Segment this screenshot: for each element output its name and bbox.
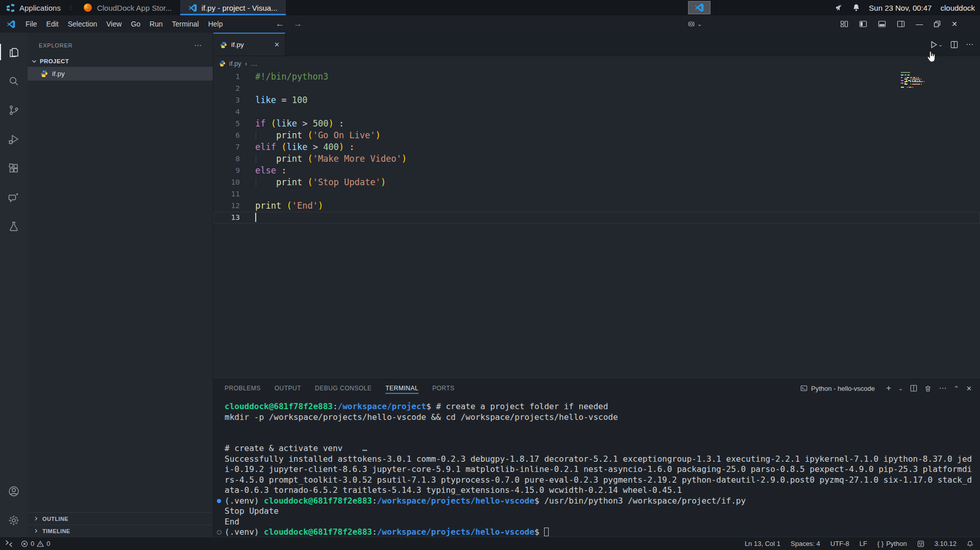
breadcrumb-file[interactable]: if.py bbox=[229, 60, 241, 67]
firefox-icon bbox=[83, 3, 92, 12]
tab-close-icon[interactable]: ✕ bbox=[274, 41, 280, 48]
terminal-instance[interactable]: Python - hello-vscode bbox=[800, 385, 875, 392]
explorer-actions-icon[interactable]: ⋯ bbox=[194, 41, 202, 50]
back-arrow-icon[interactable]: ← bbox=[276, 19, 284, 29]
problems-summary[interactable]: 0 0 bbox=[21, 540, 50, 547]
menu-run[interactable]: Run bbox=[145, 20, 167, 28]
toggle-primary-sidebar-icon[interactable] bbox=[859, 20, 867, 28]
terminal-line: clouddock@681f78f2e883:/workspace/projec… bbox=[225, 402, 977, 412]
code-line[interactable]: 7elif (like > 400) : bbox=[213, 141, 980, 153]
python-interpreter-version[interactable]: 3.10.12 bbox=[935, 540, 957, 547]
clock[interactable]: Sun 23 Nov, 00:47 bbox=[869, 4, 932, 12]
command-decoration-dot[interactable] bbox=[217, 499, 221, 503]
code-line[interactable]: 8 print ('Make More Video') bbox=[213, 153, 980, 165]
encoding[interactable]: UTF-8 bbox=[830, 540, 849, 547]
minimap-line bbox=[901, 88, 925, 89]
notifications-bell-icon[interactable] bbox=[967, 540, 973, 547]
menu-view[interactable]: View bbox=[102, 20, 126, 28]
notification-bell-icon[interactable] bbox=[852, 4, 860, 12]
account-icon[interactable] bbox=[0, 479, 28, 504]
forward-arrow-icon[interactable]: → bbox=[293, 19, 302, 29]
menu-go[interactable]: Go bbox=[126, 20, 145, 28]
timeline-section[interactable]: TIMELINE bbox=[28, 524, 212, 537]
maximize-panel-icon[interactable]: ⌃ bbox=[953, 385, 959, 392]
run-dropdown-chevron-icon[interactable]: ⌄ bbox=[939, 42, 943, 47]
taskbar-item-clouddock[interactable]: CloudDock App Stor... bbox=[75, 0, 180, 15]
panel-more-actions-icon[interactable]: ⋯ bbox=[939, 384, 946, 393]
split-editor-icon[interactable] bbox=[950, 41, 958, 48]
cursor-position[interactable]: Ln 13, Col 1 bbox=[745, 540, 780, 547]
taskbar-item-label: if.py - project - Visua... bbox=[202, 4, 278, 12]
close-window-button[interactable]: ✕ bbox=[951, 20, 958, 28]
customize-layout-icon[interactable] bbox=[840, 20, 848, 28]
code-line[interactable]: 11 bbox=[213, 188, 980, 200]
testing-beaker-icon[interactable] bbox=[0, 214, 28, 239]
toggle-secondary-sidebar-icon[interactable] bbox=[897, 20, 905, 28]
language-mode[interactable]: { } Python bbox=[877, 540, 907, 547]
code-line[interactable]: 13 bbox=[213, 212, 980, 223]
code-line[interactable]: 6 print ('Go On Live') bbox=[213, 130, 980, 141]
menu-file[interactable]: File bbox=[21, 20, 42, 28]
panel-tab-terminal[interactable]: TERMINAL bbox=[385, 378, 419, 398]
source-control-icon[interactable] bbox=[0, 97, 28, 123]
copilot-menu[interactable]: ⌄ bbox=[688, 15, 702, 33]
indentation[interactable]: Spaces: 4 bbox=[791, 540, 820, 547]
menu-edit[interactable]: Edit bbox=[42, 20, 63, 28]
file-item-ifpy[interactable]: if.py bbox=[28, 67, 213, 81]
split-terminal-icon[interactable] bbox=[910, 385, 917, 392]
panel-tab-output[interactable]: OUTPUT bbox=[275, 378, 301, 398]
code-line[interactable]: 1#!/bin/python3 bbox=[213, 71, 980, 83]
project-section-header[interactable]: PROJECT bbox=[28, 56, 213, 67]
code-line[interactable]: 2 bbox=[213, 83, 980, 94]
search-icon[interactable] bbox=[0, 68, 28, 94]
user-menu[interactable]: clouddock bbox=[940, 4, 975, 12]
panel-tab-ports[interactable]: PORTS bbox=[432, 378, 455, 398]
editor-cursor bbox=[255, 213, 256, 222]
tab-ifpy[interactable]: if.py ✕ bbox=[213, 33, 285, 56]
toggle-panel-icon[interactable] bbox=[878, 20, 886, 28]
run-debug-icon[interactable] bbox=[0, 127, 28, 152]
panel-tab-problems[interactable]: PROBLEMS bbox=[225, 378, 261, 398]
kill-terminal-trash-icon[interactable] bbox=[924, 385, 932, 392]
breadcrumb-symbol[interactable]: … bbox=[251, 60, 257, 67]
extensions-icon[interactable] bbox=[0, 156, 28, 181]
code-line[interactable]: 12print ('End') bbox=[213, 200, 980, 212]
code-line[interactable]: 5if (like > 500) : bbox=[213, 118, 980, 130]
command-decoration-hollow[interactable] bbox=[217, 530, 222, 535]
minimize-button[interactable]: — bbox=[916, 20, 923, 28]
eol-sequence[interactable]: LF bbox=[860, 540, 867, 547]
panel-tab-debug-console[interactable]: DEBUG CONSOLE bbox=[315, 378, 372, 398]
restore-button[interactable] bbox=[934, 20, 941, 28]
outline-section[interactable]: OUTLINE bbox=[28, 512, 212, 524]
line-number: 9 bbox=[213, 165, 240, 177]
line-number: 7 bbox=[213, 141, 240, 153]
code-line[interactable]: 10 print ('Stop Update') bbox=[213, 177, 980, 188]
terminal-dropdown-icon[interactable]: ⌄ bbox=[898, 385, 903, 392]
menu-terminal[interactable]: Terminal bbox=[167, 20, 204, 28]
close-panel-icon[interactable]: ✕ bbox=[966, 385, 972, 392]
feedback-smiley-icon[interactable] bbox=[917, 540, 924, 547]
terminal-output[interactable]: clouddock@681f78f2e883:/workspace/projec… bbox=[225, 402, 977, 538]
breadcrumb[interactable]: if.py › … bbox=[213, 56, 980, 71]
minimap[interactable] bbox=[901, 72, 925, 89]
new-terminal-icon[interactable]: + bbox=[886, 383, 891, 393]
settings-gear-icon[interactable] bbox=[0, 508, 28, 533]
applications-icon bbox=[6, 4, 15, 12]
remote-indicator-icon[interactable] bbox=[5, 540, 13, 547]
copilot-icon bbox=[688, 20, 695, 28]
terminal-line: Successfully installed asttokens-3.0.1 c… bbox=[225, 454, 977, 465]
explorer-icon[interactable] bbox=[0, 39, 28, 65]
menu-help[interactable]: Help bbox=[204, 20, 228, 28]
volume-muted-icon[interactable] bbox=[835, 4, 844, 12]
window-switcher-thumbnail[interactable] bbox=[688, 1, 710, 14]
code-line[interactable]: 4 bbox=[213, 106, 980, 118]
code-line[interactable]: 3like = 100 bbox=[213, 94, 980, 106]
menu-selection[interactable]: Selection bbox=[63, 20, 102, 28]
run-python-file-button[interactable]: ⌄ bbox=[929, 40, 943, 49]
editor-more-actions-icon[interactable]: ⋯ bbox=[966, 40, 973, 49]
taskbar-item-vscode[interactable]: if.py - project - Visua... bbox=[180, 0, 286, 15]
chat-icon[interactable] bbox=[0, 185, 28, 210]
applications-menu[interactable]: Applications bbox=[0, 0, 67, 15]
code-line[interactable]: 9else : bbox=[213, 165, 980, 177]
editor-tabbar: if.py ✕ ⌄ ⋯ bbox=[213, 33, 980, 56]
